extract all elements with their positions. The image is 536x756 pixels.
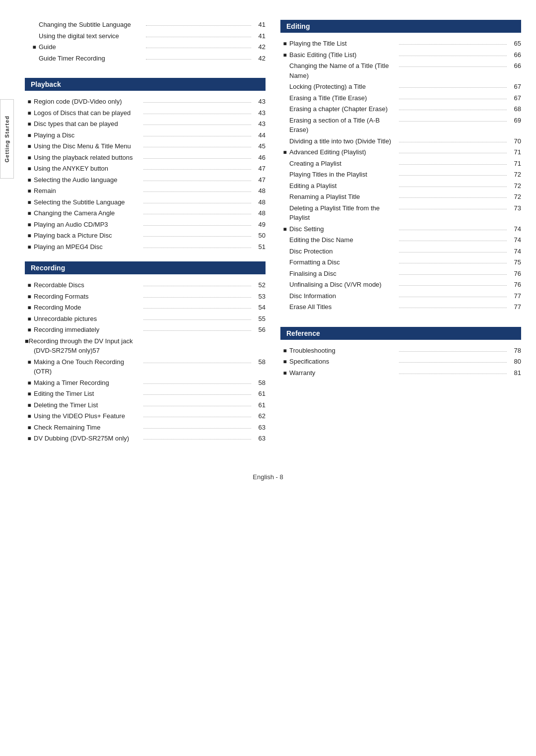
dots <box>146 30 251 37</box>
dots <box>399 279 507 286</box>
bullet-icon: ■ <box>280 225 289 234</box>
list-item: ■ Selecting the Subtitle Language 48 <box>25 197 266 207</box>
bullet-icon: ■ <box>25 109 34 118</box>
page-num: 48 <box>253 208 266 218</box>
list-item: ■ Region code (DVD-Video only) 43 <box>25 97 266 107</box>
entry-text: Disc Protection <box>289 247 397 256</box>
page-num: 41 <box>253 31 266 41</box>
entry-text: Deleting a Playlist Title from the Playl… <box>289 203 397 223</box>
list-item: Dividing a title into two (Divide Title)… <box>280 136 521 146</box>
dots <box>143 96 251 103</box>
page-num: 68 <box>509 104 521 114</box>
entry-text: Editing the Timer List <box>34 389 141 399</box>
page-num: 48 <box>253 186 266 196</box>
entry-text: Finalising a Disc <box>289 269 397 279</box>
dots <box>143 230 251 237</box>
left-column: Changing the Subtitle Language 41 Using … <box>25 20 266 453</box>
page-num: 63 <box>253 423 266 433</box>
dots <box>146 41 251 48</box>
dots <box>143 422 251 429</box>
pre-section-list: Changing the Subtitle Language 41 Using … <box>30 20 266 63</box>
sidebar-label: Getting Started <box>4 116 10 162</box>
page-footer: English - 8 <box>0 473 536 481</box>
entry-text: Using the digital text service <box>39 31 144 41</box>
entry-text: Deleting the Timer List <box>34 400 141 410</box>
dots <box>143 356 251 363</box>
page-num: 43 <box>253 108 266 118</box>
list-item: ■ Specifications 80 <box>280 357 521 367</box>
page-num: 71 <box>509 147 521 157</box>
bullet-icon: ■ <box>25 434 34 443</box>
list-item: ■ Recording Mode 54 <box>25 303 266 313</box>
dots <box>399 345 507 352</box>
entry-text: Editing the Disc Name <box>289 235 397 245</box>
entry-text: Using the ANYKEY button <box>34 164 141 174</box>
list-item: ■ Using the playback related buttons 46 <box>25 153 266 163</box>
page-num: 74 <box>509 247 521 256</box>
list-item: Finalising a Disc 76 <box>280 269 521 279</box>
dots <box>143 433 251 440</box>
list-item: Using the digital text service 41 <box>30 31 266 41</box>
bullet-icon: ■ <box>25 120 34 128</box>
entry-text: Region code (DVD-Video only) <box>34 97 141 107</box>
list-item: Changing the Subtitle Language 41 <box>30 20 266 30</box>
page-num: 77 <box>509 291 521 301</box>
list-item: ■ Disc Setting 74 <box>280 224 521 234</box>
bullet-icon: ■ <box>25 131 34 140</box>
page-num: 75 <box>509 257 521 267</box>
list-item: ■ Deleting the Timer List 61 <box>25 400 266 410</box>
entry-text: Playing an Audio CD/MP3 <box>34 220 141 230</box>
bullet-icon: ■ <box>25 315 34 323</box>
bullet-icon: ■ <box>25 176 34 185</box>
entry-text: Warranty <box>289 368 397 378</box>
page-num: 65 <box>509 39 521 49</box>
entry-text: Guide Timer Recording <box>39 54 144 63</box>
dots <box>399 60 507 67</box>
entry-text: Playing an MPEG4 Disc <box>34 242 141 252</box>
entry-text: Changing the Subtitle Language <box>39 20 144 30</box>
page-num: 54 <box>253 303 266 313</box>
list-item: Unfinalising a Disc (V/VR mode) 76 <box>280 280 521 290</box>
entry-text: Making a Timer Recording <box>34 378 141 388</box>
dots <box>399 223 507 230</box>
list-item: Editing a Playlist 72 <box>280 181 521 191</box>
dots <box>399 81 507 88</box>
list-item: Formatting a Disc 75 <box>280 257 521 267</box>
page-num: 63 <box>253 434 266 443</box>
entry-text: Selecting the Audio language <box>34 175 141 185</box>
entry-text: Playing a Disc <box>34 130 141 140</box>
dots <box>399 256 507 263</box>
section-title: Reference <box>286 329 320 337</box>
entry-text: Unfinalising a Disc (V/VR mode) <box>289 280 397 290</box>
dots <box>143 118 251 125</box>
page-num: 73 <box>509 203 521 213</box>
entry-text: Erasing a chapter (Chapter Erase) <box>289 104 397 114</box>
list-item: ■ Playing back a Picture Disc 50 <box>25 231 266 241</box>
entry-text: Erasing a Title (Title Erase) <box>289 93 397 103</box>
list-item: ■ Warranty 81 <box>280 368 521 378</box>
entry-text: Specifications <box>289 357 397 367</box>
bullet-icon: ■ <box>25 358 34 367</box>
entry-text: Recording Formats <box>34 292 141 302</box>
entry-text: Making a One Touch Recording (OTR) <box>34 357 141 377</box>
page-num: 49 <box>253 220 266 230</box>
dots <box>143 377 251 384</box>
page-num: 50 <box>253 231 266 241</box>
section-title: Playback <box>31 80 61 88</box>
list-item: ■ Playing a Disc 44 <box>25 130 266 140</box>
entry-text: Unrecordable pictures <box>34 314 141 324</box>
page-num: 78 <box>509 346 521 356</box>
entry-text: Recording immediately <box>34 325 141 335</box>
dots <box>399 169 507 176</box>
entry-text: Basic Editing (Title List) <box>289 50 397 60</box>
dots <box>143 185 251 192</box>
list-item: Erasing a chapter (Chapter Erase) 68 <box>280 104 521 114</box>
list-item: Guide Timer Recording 42 <box>30 54 266 63</box>
dots <box>143 163 251 170</box>
dots <box>399 115 507 122</box>
page-num: 74 <box>509 235 521 245</box>
list-item: ■ DV Dubbing (DVD-SR275M only) 63 <box>25 434 266 443</box>
dots <box>143 388 251 395</box>
entry-text: Changing the Camera Angle <box>34 208 141 218</box>
dots <box>399 135 507 142</box>
